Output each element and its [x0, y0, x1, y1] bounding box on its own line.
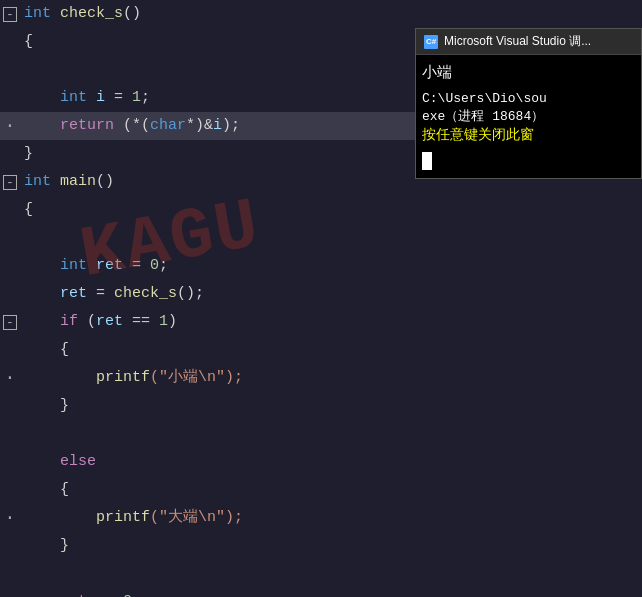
line-gutter: - [0, 175, 20, 190]
token-plain [87, 257, 96, 274]
token-plain: (*( [114, 117, 150, 134]
dot-guide: · [5, 117, 16, 135]
line-gutter: - [0, 315, 20, 330]
token-fn: printf [96, 509, 150, 526]
code-line: int ret = 0; [0, 252, 642, 280]
console-line3: exe（进程 18684） [422, 108, 635, 126]
code-line [0, 420, 642, 448]
line-gutter: · [0, 117, 20, 135]
line-content [20, 224, 642, 252]
token-fn: printf [96, 369, 150, 386]
line-content: { [20, 476, 642, 504]
indent-space [24, 280, 60, 308]
token-punc: () [123, 5, 141, 22]
token-var: ret [96, 313, 123, 330]
token-punc: { [60, 341, 69, 358]
line-content: { [20, 196, 642, 224]
token-kw-flow: else [60, 453, 96, 470]
token-plain [51, 173, 60, 190]
code-line: ret = check_s(); [0, 280, 642, 308]
collapse-icon[interactable]: - [3, 315, 17, 330]
token-num: 0 [123, 593, 132, 597]
token-fn: main [60, 173, 96, 190]
line-content: else [20, 448, 642, 476]
code-line: -int check_s() [0, 0, 642, 28]
line-gutter: · [0, 509, 20, 527]
token-op: = [105, 89, 132, 106]
vs-icon: C# [424, 35, 438, 49]
token-op: = [87, 285, 114, 302]
token-str: ("大端\n"); [150, 509, 243, 526]
line-content: } [20, 392, 642, 420]
indent-space [24, 504, 96, 532]
token-op: == [123, 313, 159, 330]
dot-guide: · [5, 369, 16, 387]
indent-space [24, 588, 60, 597]
indent-space [24, 224, 60, 252]
token-punc: ) [168, 313, 177, 330]
token-punc: } [60, 397, 69, 414]
token-punc: ); [222, 117, 240, 134]
line-content: ret = check_s(); [20, 280, 642, 308]
line-content: printf("小端\n"); [20, 364, 642, 392]
code-line: { [0, 476, 642, 504]
indent-space [24, 448, 60, 476]
indent-space [24, 252, 60, 280]
line-content: return 0; [20, 588, 642, 597]
indent-space [24, 308, 60, 336]
code-line: else [0, 448, 642, 476]
token-plain [87, 89, 96, 106]
line-content: if (ret == 1) [20, 308, 642, 336]
code-line [0, 224, 642, 252]
token-num: 1 [159, 313, 168, 330]
token-kw: char [150, 117, 186, 134]
code-line: } [0, 392, 642, 420]
console-window: C# Microsoft Visual Studio 调... 小端 C:\Us… [415, 28, 642, 179]
code-line: · printf("小端\n"); [0, 364, 642, 392]
token-var: ret [60, 285, 87, 302]
token-punc: } [60, 537, 69, 554]
token-kw-flow: return [60, 593, 114, 597]
token-kw-flow: return [60, 117, 114, 134]
code-line: { [0, 336, 642, 364]
token-plain [114, 593, 123, 597]
line-content: int ret = 0; [20, 252, 642, 280]
console-body: 小端 C:\Users\Dio\sou exe（进程 18684） 按任意键关闭… [416, 55, 641, 178]
cursor [422, 152, 432, 170]
line-content [20, 420, 642, 448]
token-num: 1 [132, 89, 141, 106]
line-content: int check_s() [20, 0, 642, 28]
token-punc: ; [159, 257, 168, 274]
token-var: i [213, 117, 222, 134]
token-kw: int [60, 257, 87, 274]
token-op: = [123, 257, 150, 274]
collapse-icon[interactable]: - [3, 175, 17, 190]
token-punc: { [24, 33, 33, 50]
token-punc: ; [141, 89, 150, 106]
code-line: } [0, 532, 642, 560]
indent-space [24, 112, 60, 140]
indent-space [24, 56, 60, 84]
line-content: } [20, 532, 642, 560]
collapse-icon[interactable]: - [3, 7, 17, 22]
indent-space [24, 392, 60, 420]
token-kw: int [24, 5, 51, 22]
token-kw: int [60, 89, 87, 106]
code-line: · printf("大端\n"); [0, 504, 642, 532]
line-content: { [20, 336, 642, 364]
indent-space [24, 84, 60, 112]
token-num: 0 [150, 257, 159, 274]
console-titlebar: C# Microsoft Visual Studio 调... [416, 29, 641, 55]
console-line2: C:\Users\Dio\sou [422, 90, 635, 108]
code-line: { [0, 196, 642, 224]
console-line1: 小端 [422, 63, 635, 82]
token-plain: *)& [186, 117, 213, 134]
console-line4: 按任意键关闭此窗 [422, 126, 635, 146]
token-punc: (); [177, 285, 204, 302]
line-gutter: - [0, 7, 20, 22]
indent-space [24, 476, 60, 504]
token-plain [51, 5, 60, 22]
code-line: return 0; [0, 588, 642, 597]
token-var: ret [96, 257, 123, 274]
token-punc: ; [132, 593, 141, 597]
